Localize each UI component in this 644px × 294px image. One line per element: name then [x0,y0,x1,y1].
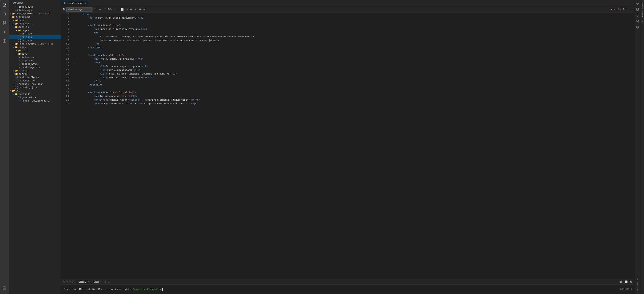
tree-item-ru-json[interactable]: { } ru.json [9,39,61,42]
github-copilot-icon[interactable] [635,24,640,30]
tree-item-src[interactable]: 📂 src [9,89,61,92]
svg-point-17 [638,20,638,21]
terminal-tab-close[interactable]: ✕ [88,281,90,283]
terminal-close-button[interactable]: ✕ [629,280,633,284]
tree-item-de-json[interactable]: { } de.json [9,32,61,35]
terminal-tab-local3[interactable]: Local (3) ✕ [77,280,91,284]
tree-item-en-json[interactable]: { } en.json [9,35,61,39]
json-file-icon: { } [18,35,21,38]
whole-word-button[interactable]: W [98,8,102,11]
tree-item-playground[interactable]: 📂 playground [9,15,61,19]
tree-item-nuxt[interactable]: 📁 .nuxt [9,19,61,22]
fold-button[interactable]: ▾ [70,61,76,65]
code-token: </li> [170,72,177,76]
activity-bar-explorer[interactable] [0,1,9,10]
regex-button[interactable]: .* [103,8,106,11]
svg-rect-7 [5,39,6,41]
terminal-tab-close[interactable]: ✕ [100,281,102,283]
tree-item-node-modules-2[interactable]: 📁 node_modules library root [9,42,61,45]
tree-item-package-lock-json[interactable]: { } package-lock.json [9,82,61,86]
terminal-maximize-button[interactable]: ⬜ [624,280,628,284]
prev-match-button[interactable]: ↑ [113,8,116,11]
fold-button[interactable]: ▾ [70,91,76,94]
expand-all-button[interactable]: ⌄ [629,8,633,11]
code-token: > [134,91,136,94]
tree-item-node-modules-root[interactable]: 📁 node_modules library root [9,12,61,15]
github-copilot-label[interactable]: GitHub Copilot Chat [641,0,644,26]
filter-icon-button[interactable]: ⊞ [142,8,146,11]
tree-item-subpage-vue[interactable]: V subpage.vue [9,62,61,66]
code-token: <li> [76,65,106,68]
tree-item-dir1[interactable]: 📁 dir1 [9,49,61,52]
activity-bar-source-control[interactable] [0,19,9,27]
match-whole-file-button[interactable]: ⊟ [130,8,133,11]
code-line-11: </section> [76,46,632,50]
gutter-cell [70,35,76,38]
tree-item-locales[interactable]: 📂 locales [9,25,61,29]
activity-bar-run[interactable] [0,27,9,36]
tree-item-plugins[interactable]: 📁 plugins [9,69,61,72]
activity-bar [0,0,9,294]
code-token: class= [101,24,110,27]
pull-requests-icon[interactable] [635,19,640,24]
terminal-chevron-button[interactable]: ∧ [108,281,110,283]
line-num: 26 [61,102,69,106]
tab-show-message[interactable]: 🔍 showMessage ✕ [61,0,88,6]
tree-item-components[interactable]: 📁 components [9,22,61,25]
json-file-icon: { } [18,32,21,35]
preserve-case-button[interactable]: ⊠ [138,8,142,11]
folder-icon: 📁 [12,12,15,15]
tab-close-button[interactable]: ✕ [85,2,86,5]
tree-item-index-vue[interactable]: V index.vue [9,55,61,59]
tree-item-check-dup[interactable]: TS _check_duplicates... [9,99,61,102]
arrow-icon [12,72,15,75]
notifications-icon[interactable] [635,13,640,18]
tree-item-shared-ts[interactable]: TS _shared.ts [9,96,61,99]
main-area: EXPLORER TS index.d.ts JS index.mjs [0,0,644,294]
tree-item-test-page-vue[interactable]: V test-page.vue [9,66,61,69]
ai-assistant-vertical-label[interactable]: AI Assistant [636,276,639,294]
code-token: "intro" [110,24,120,27]
tree-item-commands[interactable]: 📂 commands [9,92,61,96]
ts-file-icon: TS [18,99,21,102]
ts-file-icon: TS [15,76,18,79]
tree-item-tsconfig-json[interactable]: { } tsconfig.json [9,86,61,89]
search-input[interactable] [66,7,92,11]
code-line-14: <h3>Что мы видим на странице?</h3> [76,57,632,61]
terminal-settings-button[interactable]: ⚙ [619,280,623,284]
next-match-button[interactable]: ↓ [116,8,119,11]
folder-icon: 📂 [15,25,18,28]
code-token: альтернативный курсивный текст [142,102,186,106]
activity-bar-copilot[interactable] [0,284,9,293]
code-token: <p> [76,31,98,35]
code-content[interactable]: <div> <h1>Привет, мир! Добро пожаловать!… [76,12,632,279]
toggle-replace-button[interactable]: ⬜ [120,8,124,11]
tree-item-server[interactable]: 📁 server [9,72,61,76]
file-label: index.d.ts [19,5,33,8]
code-token: <h1> [76,16,94,20]
tree-item-nuxt-config[interactable]: TS nuxt.config.ts [9,76,61,79]
tree-item-pages[interactable]: 📂 pages [9,45,61,49]
folder-icon: 📂 [12,15,15,18]
fold-button[interactable]: ▾ [70,53,76,57]
tree-item-package-json[interactable]: { } package.json [9,79,61,82]
line-num: 23 [61,91,69,94]
terminal-add-button[interactable]: + [104,280,107,284]
tree-item-index-mjs[interactable]: JS index.mjs [9,8,61,12]
tree-item-index-d-ts[interactable]: TS index.d.ts [9,5,61,8]
fold-button[interactable]: ▾ [70,24,76,27]
terminal-prompt: ζ [64,288,65,291]
database-icon[interactable] [635,7,640,12]
case-sensitive-button[interactable]: Cc [93,8,98,11]
activity-bar-extensions[interactable] [0,36,9,45]
code-token: Форматирование текста [100,94,130,98]
collapse-all-button[interactable]: ⌃ [625,8,628,11]
ai-assistant-icon[interactable] [635,1,640,6]
tree-item-page-vue[interactable]: V page.vue [9,59,61,62]
terminal-tab-local[interactable]: Local ✕ [92,280,103,284]
activity-bar-search[interactable] [0,10,9,19]
filter-results-button[interactable]: ⊟ [134,8,137,11]
tree-item-pages-locales[interactable]: 📁 pages [9,29,61,32]
in-selection-button[interactable]: ⊡ [125,8,129,11]
tree-item-dir2[interactable]: 📁 dir2 [9,52,61,55]
